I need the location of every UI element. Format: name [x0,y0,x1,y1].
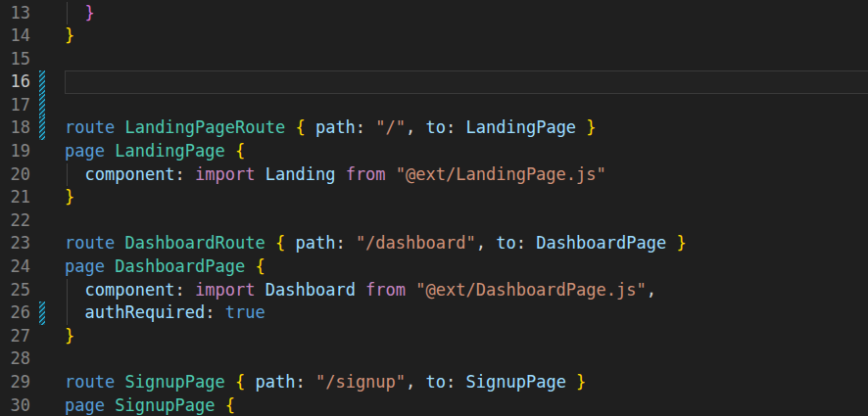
line-number[interactable]: 21 [0,186,30,209]
line-number[interactable]: 26 [0,301,30,325]
code-token: component [84,280,174,300]
code-line-content[interactable] [65,94,868,117]
line-number[interactable]: 29 [0,371,30,394]
code-token: : [175,164,195,184]
line-number[interactable]: 20 [0,163,30,187]
code-token [65,302,84,322]
line-number[interactable]: 23 [0,232,30,255]
gutter-decoration [39,2,45,25]
code-token: : [205,302,224,322]
line-number[interactable]: 28 [0,347,30,371]
code-token: : [356,117,375,137]
code-token: , [406,117,425,137]
code-token: page [65,256,115,276]
code-line-content[interactable] [65,209,868,233]
code-token: , [647,280,656,300]
code-line-content[interactable]: } [65,24,868,48]
code-token: } [65,187,74,207]
code-line[interactable]: 17 [0,94,868,117]
line-number[interactable]: 14 [0,24,30,48]
code-line[interactable]: 16 [0,70,868,94]
gutter-decoration [39,371,45,394]
code-token: : [446,372,465,392]
code-line[interactable]: 18route LandingPageRoute { path: "/", to… [0,116,868,140]
code-token: from [365,280,415,300]
modified-line-indicator [39,70,45,94]
gutter-decoration [39,209,45,233]
code-line[interactable]: 25 component: import Dashboard from "@ex… [0,279,868,302]
gutter-decoration [39,186,45,209]
code-line[interactable]: 27} [0,325,868,348]
indent-guide [67,279,68,302]
code-token: } [65,25,74,45]
line-number[interactable]: 16 [0,70,30,94]
code-line-content[interactable]: page DashboardPage { [65,255,868,279]
line-number[interactable]: 17 [0,94,30,117]
line-number[interactable]: 30 [0,394,30,416]
code-line[interactable]: 15 [0,48,868,71]
code-token: "@ext/LandingPage.js" [396,164,606,184]
code-line-content[interactable]: route LandingPageRoute { path: "/", to: … [65,116,868,140]
code-token: : [446,117,465,137]
code-token: "/dashboard" [356,233,476,253]
code-line-content[interactable]: component: import Landing from "@ext/Lan… [65,163,868,187]
line-number[interactable]: 27 [0,325,30,348]
line-number[interactable]: 13 [0,2,30,25]
code-line-content[interactable]: } [65,2,868,25]
code-token: "@ext/DashboardPage.js" [415,280,646,300]
modified-line-indicator [39,94,45,117]
code-line-content[interactable]: route SignupPage { path: "/signup", to: … [65,371,868,394]
code-line-content[interactable] [65,347,868,371]
line-number[interactable]: 15 [0,48,30,71]
code-token: : [335,233,355,253]
code-line-content[interactable] [65,48,868,71]
code-line-content[interactable]: page LandingPage { [65,140,868,163]
code-line-content[interactable]: page SignupPage { [65,394,868,416]
code-token: to [496,233,515,253]
code-line-content[interactable]: route DashboardRoute { path: "/dashboard… [65,232,868,255]
code-token: : [295,372,314,392]
gutter-decoration [39,394,45,416]
code-token: } [65,326,74,346]
code-line[interactable]: 20 component: import Landing from "@ext/… [0,163,868,187]
code-token: : [175,280,195,300]
line-number[interactable]: 19 [0,140,30,163]
code-token: "/" [375,117,406,137]
code-token: page [65,141,115,161]
code-line[interactable]: 30page SignupPage { [0,394,868,416]
code-line[interactable]: 26 authRequired: true [0,301,868,325]
code-line[interactable]: 19page LandingPage { [0,140,868,163]
indent-guide [67,163,68,187]
code-token: LandingPage [115,141,235,161]
line-number[interactable]: 22 [0,209,30,233]
code-token: route [65,233,124,253]
code-line[interactable]: 14} [0,24,868,48]
code-token: DashboardPage [536,233,676,253]
code-line-content[interactable] [65,70,868,94]
code-token: route [65,117,124,137]
code-token: path [315,117,356,137]
code-line-content[interactable]: } [65,186,868,209]
code-line-content[interactable]: authRequired: true [65,301,868,325]
code-line[interactable]: 28 [0,347,868,371]
indent-guide [67,2,68,25]
line-number[interactable]: 24 [0,255,30,279]
code-token: DashboardRoute [124,233,275,253]
code-line-content[interactable]: } [65,325,868,348]
code-token: import [195,280,265,300]
code-token [65,3,84,23]
line-number[interactable]: 18 [0,116,30,140]
code-line-content[interactable]: component: import Dashboard from "@ext/D… [65,279,868,302]
code-token: } [586,117,596,137]
code-token: authRequired [84,302,205,322]
code-token: , [406,372,425,392]
code-line[interactable]: 24page DashboardPage { [0,255,868,279]
code-line[interactable]: 29route SignupPage { path: "/signup", to… [0,371,868,394]
code-token: route [65,372,124,392]
code-line[interactable]: 13 } [0,2,868,25]
code-line[interactable]: 22 [0,209,868,233]
line-number[interactable]: 25 [0,279,30,302]
code-line[interactable]: 21} [0,186,868,209]
code-token: to [426,372,446,392]
code-line[interactable]: 23route DashboardRoute { path: "/dashboa… [0,232,868,255]
